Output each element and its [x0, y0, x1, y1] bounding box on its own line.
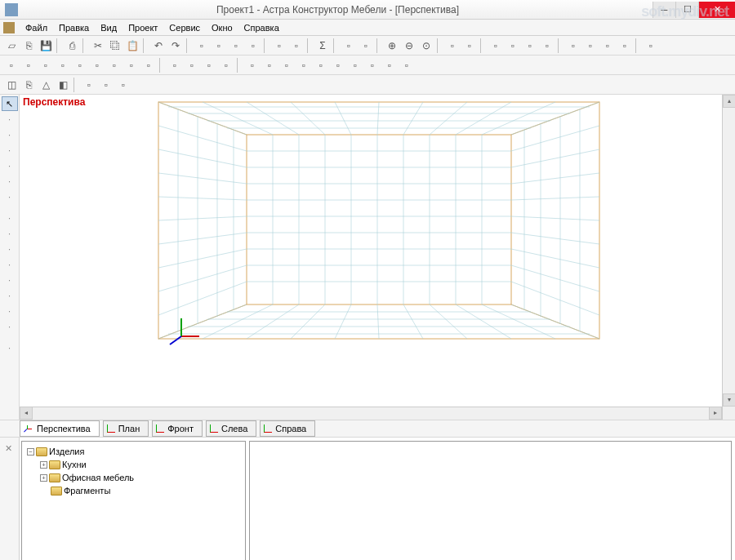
c8-icon[interactable]: ▫ — [617, 38, 633, 54]
t7-icon[interactable]: ▫ — [341, 38, 357, 54]
zoomout-icon[interactable]: ⊖ — [401, 38, 417, 54]
a3-icon[interactable]: ▫ — [38, 57, 54, 73]
c9-icon[interactable]: ▫ — [381, 57, 398, 73]
vertical-scrollbar[interactable]: ▴ ▾ — [722, 95, 735, 407]
a7-icon[interactable]: ▫ — [106, 57, 122, 73]
open-icon[interactable]: ⎘ — [20, 38, 37, 54]
t10-icon[interactable]: ▫ — [461, 38, 478, 54]
tree-toggle-icon[interactable]: + — [40, 474, 47, 482]
view-tab-2[interactable]: Фронт — [152, 420, 203, 437]
t1-icon[interactable]: ▫ — [194, 38, 210, 54]
l5-icon[interactable]: · — [2, 174, 18, 189]
p2-icon[interactable]: ▫ — [98, 77, 114, 93]
c5-icon[interactable]: ▫ — [565, 38, 581, 54]
cube3-icon[interactable]: ▫ — [522, 38, 538, 54]
a5-icon[interactable]: ▫ — [72, 57, 88, 73]
c10-icon[interactable]: ▫ — [399, 57, 415, 73]
tree-panel[interactable]: −Изделия+Кухни+Офисная мебельФрагменты — [21, 441, 246, 560]
close-button[interactable]: ✕ — [698, 2, 735, 18]
t3-icon[interactable]: ▫ — [228, 38, 244, 54]
t5-icon[interactable]: ▫ — [271, 38, 287, 54]
b1-icon[interactable]: ▫ — [167, 57, 183, 73]
maximize-button[interactable]: ☐ — [675, 2, 698, 18]
l14-icon[interactable]: · — [2, 319, 18, 334]
t9-icon[interactable]: ▫ — [444, 38, 461, 54]
l10-icon[interactable]: · — [2, 257, 18, 272]
c6-icon[interactable]: ▫ — [582, 38, 599, 54]
l1-icon[interactable]: · — [2, 112, 18, 127]
c3-icon[interactable]: ▫ — [278, 57, 295, 73]
tree-toggle-icon[interactable]: + — [40, 461, 47, 469]
scroll-left-icon[interactable]: ◂ — [20, 407, 33, 420]
tree-item[interactable]: Фрагменты — [25, 484, 242, 497]
view-tab-4[interactable]: Справа — [260, 420, 315, 437]
view-tab-1[interactable]: План — [103, 420, 149, 437]
l11-icon[interactable]: · — [2, 273, 18, 287]
c7-icon[interactable]: ▫ — [599, 38, 616, 54]
scroll-down-icon[interactable]: ▾ — [723, 393, 735, 407]
cut-icon[interactable]: ✂ — [90, 38, 106, 54]
scroll-right-icon[interactable]: ▸ — [709, 407, 722, 420]
l6-icon[interactable]: · — [2, 189, 18, 204]
cube1-icon[interactable]: ▫ — [488, 38, 504, 54]
zoomin-icon[interactable]: ⊕ — [384, 38, 400, 54]
p1-icon[interactable]: ▫ — [81, 77, 97, 93]
tree-item[interactable]: +Кухни — [25, 458, 242, 471]
zoomfit-icon[interactable]: ⊙ — [418, 38, 434, 54]
l13-icon[interactable]: · — [2, 304, 18, 318]
horizontal-scrollbar[interactable] — [33, 407, 709, 420]
close-panel-icon[interactable]: ✕ — [0, 441, 16, 456]
perspective-view[interactable] — [20, 95, 722, 407]
paste-icon[interactable]: 📋 — [124, 38, 140, 54]
tree-toggle-icon[interactable]: − — [27, 448, 34, 456]
a9-icon[interactable]: ▫ — [140, 57, 157, 73]
l2-icon[interactable]: · — [2, 127, 18, 142]
a8-icon[interactable]: ▫ — [123, 57, 140, 73]
c6-icon[interactable]: ▫ — [330, 57, 346, 73]
mirror-icon[interactable]: ◧ — [55, 77, 71, 93]
a4-icon[interactable]: ▫ — [55, 57, 71, 73]
tree-root[interactable]: −Изделия — [25, 445, 242, 458]
menu-Правка[interactable]: Правка — [53, 21, 95, 34]
c4-icon[interactable]: ▫ — [296, 57, 312, 73]
c7-icon[interactable]: ▫ — [347, 57, 363, 73]
menu-Справка[interactable]: Справка — [238, 21, 285, 34]
arrow-icon[interactable]: ↖ — [2, 96, 18, 111]
b2-icon[interactable]: ▫ — [184, 57, 200, 73]
l15-icon[interactable]: · — [2, 340, 18, 355]
t4-icon[interactable]: ▫ — [245, 38, 261, 54]
save-icon[interactable]: 💾 — [38, 38, 54, 54]
undo-icon[interactable]: ↶ — [150, 38, 167, 54]
view-tab-0[interactable]: Перспектива — [20, 420, 100, 437]
scroll-up-icon[interactable]: ▴ — [723, 95, 735, 108]
b3-icon[interactable]: ▫ — [201, 57, 217, 73]
t8-icon[interactable]: ▫ — [358, 38, 374, 54]
a2-icon[interactable]: ▫ — [20, 57, 37, 73]
redo-icon[interactable]: ↷ — [167, 38, 184, 54]
open-icon[interactable]: ⎘ — [20, 77, 37, 93]
view-tab-3[interactable]: Слева — [206, 420, 256, 437]
l4-icon[interactable]: · — [2, 158, 18, 173]
preview-panel[interactable] — [249, 441, 732, 560]
new-icon[interactable]: ▱ — [3, 38, 20, 54]
b4-icon[interactable]: ▫ — [218, 57, 234, 73]
l9-icon[interactable]: · — [2, 242, 18, 256]
cube4-icon[interactable]: ▫ — [539, 38, 555, 54]
tri-icon[interactable]: △ — [38, 77, 54, 93]
menu-Файл[interactable]: Файл — [20, 21, 53, 34]
menu-Вид[interactable]: Вид — [95, 21, 122, 34]
menu-Окно[interactable]: Окно — [206, 21, 238, 34]
sigma-icon[interactable]: Σ — [314, 38, 331, 54]
c8-icon[interactable]: ▫ — [364, 57, 381, 73]
mdi-icon[interactable] — [3, 22, 15, 33]
menu-Сервис[interactable]: Сервис — [163, 21, 206, 34]
t2-icon[interactable]: ▫ — [211, 38, 227, 54]
copy-icon[interactable]: ⿻ — [107, 38, 123, 54]
l12-icon[interactable]: · — [2, 288, 18, 303]
l8-icon[interactable]: · — [2, 226, 18, 241]
menu-Проект[interactable]: Проект — [122, 21, 163, 34]
l7-icon[interactable]: · — [2, 211, 18, 225]
print-icon[interactable]: ⎙ — [64, 38, 80, 54]
t6-icon[interactable]: ▫ — [288, 38, 305, 54]
c9-icon[interactable]: ▫ — [643, 38, 659, 54]
